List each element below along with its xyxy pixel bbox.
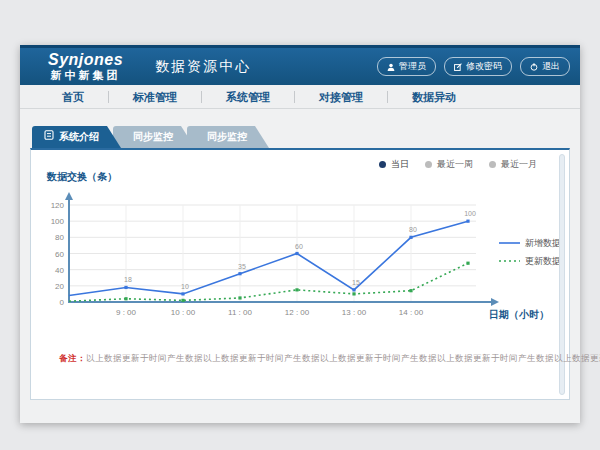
user-button-label: 管理员 xyxy=(399,60,426,73)
svg-text:日期（小时）: 日期（小时） xyxy=(489,309,549,320)
logout-button[interactable]: 退出 xyxy=(520,57,570,76)
page-title: 数据资源中心 xyxy=(141,58,251,76)
svg-text:新增数据: 新增数据 xyxy=(525,238,561,248)
tab-sync-monitor-2[interactable]: 同步监控 xyxy=(187,126,269,148)
svg-text:更新数据: 更新数据 xyxy=(525,256,561,266)
svg-text:9 : 00: 9 : 00 xyxy=(116,308,137,317)
logo-text-en: Synjones xyxy=(48,52,123,68)
svg-text:14 : 00: 14 : 00 xyxy=(399,308,424,317)
note-label: 备注： xyxy=(59,353,86,363)
svg-text:100: 100 xyxy=(51,217,65,226)
tab-label: 系统介绍 xyxy=(59,126,99,148)
tab-bar: 系统介绍 同步监控 同步监控 xyxy=(32,126,580,148)
note-text: 以上数据更新于时间产生数据以上数据更新于时间产生数据以上数据更新于时间产生数据以… xyxy=(86,353,600,363)
chart-panel: 当日 最近一周 最近一月 0204060801001209 : 0010 : 0… xyxy=(30,148,570,400)
document-icon xyxy=(44,126,54,148)
svg-text:120: 120 xyxy=(51,201,65,210)
svg-text:18: 18 xyxy=(124,276,132,283)
svg-text:15: 15 xyxy=(352,279,360,286)
change-password-label: 修改密码 xyxy=(466,60,502,73)
svg-text:100: 100 xyxy=(464,210,476,217)
content-area: 系统介绍 同步监控 同步监控 当日 最近一周 xyxy=(20,126,580,400)
nav-item-integration-mgmt[interactable]: 对接管理 xyxy=(295,85,387,109)
svg-text:10 : 00: 10 : 00 xyxy=(171,308,196,317)
svg-text:60: 60 xyxy=(295,243,303,250)
user-button[interactable]: 管理员 xyxy=(377,57,436,76)
svg-text:80: 80 xyxy=(55,233,64,242)
svg-text:80: 80 xyxy=(409,226,417,233)
svg-text:60: 60 xyxy=(55,250,64,259)
header-actions: 管理员 修改密码 退出 xyxy=(377,57,570,76)
app-window: Synjones 新中新集团 数据资源中心 管理员 修改密码 退出 xyxy=(20,45,580,423)
svg-text:10: 10 xyxy=(181,283,189,290)
tab-sync-monitor-1[interactable]: 同步监控 xyxy=(113,126,195,148)
svg-text:12 : 00: 12 : 00 xyxy=(285,308,310,317)
svg-text:35: 35 xyxy=(238,263,246,270)
svg-text:40: 40 xyxy=(55,266,64,275)
svg-text:数据交换（条）: 数据交换（条） xyxy=(46,171,117,182)
change-password-button[interactable]: 修改密码 xyxy=(444,57,512,76)
tab-label: 同步监控 xyxy=(133,126,173,148)
tab-system-intro[interactable]: 系统介绍 xyxy=(32,126,121,148)
nav-bar: 首页 标准管理 系统管理 对接管理 数据异动 xyxy=(20,85,580,109)
tab-label: 同步监控 xyxy=(207,126,247,148)
svg-text:11 : 00: 11 : 00 xyxy=(228,308,252,317)
footer-note: 备注：以上数据更新于时间产生数据以上数据更新于时间产生数据以上数据更新于时间产生… xyxy=(59,353,600,365)
power-icon xyxy=(530,63,538,71)
svg-text:13 : 00: 13 : 00 xyxy=(342,308,367,317)
nav-item-system-mgmt[interactable]: 系统管理 xyxy=(202,85,294,109)
app-header: Synjones 新中新集团 数据资源中心 管理员 修改密码 退出 xyxy=(20,45,580,85)
nav-item-data-change[interactable]: 数据异动 xyxy=(388,85,480,109)
nav-item-standard-mgmt[interactable]: 标准管理 xyxy=(109,85,201,109)
edit-icon xyxy=(454,63,462,71)
logo: Synjones 新中新集团 xyxy=(48,52,123,81)
logo-text-cn: 新中新集团 xyxy=(51,70,121,81)
user-icon xyxy=(387,63,395,71)
line-chart: 0204060801001209 : 0010 : 0011 : 0012 : … xyxy=(41,166,571,328)
logout-label: 退出 xyxy=(542,60,560,73)
nav-item-home[interactable]: 首页 xyxy=(38,85,108,109)
svg-text:0: 0 xyxy=(60,298,65,307)
svg-text:20: 20 xyxy=(55,282,64,291)
